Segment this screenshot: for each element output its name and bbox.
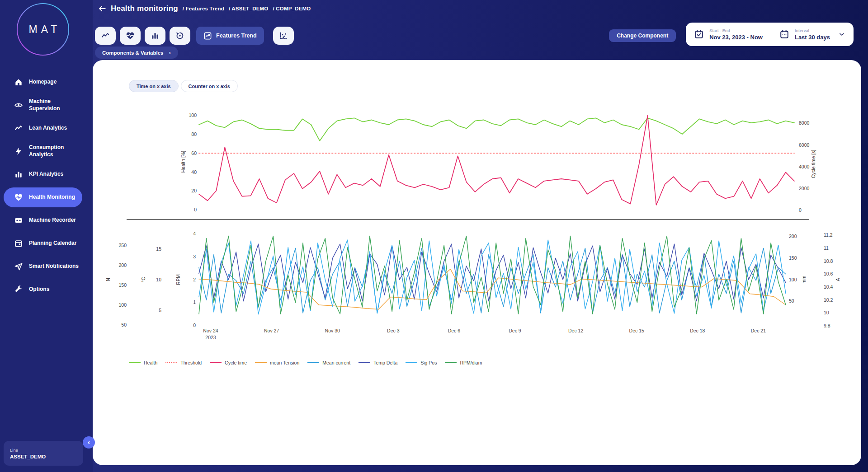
svg-text:0: 0	[193, 322, 196, 328]
wrench-icon	[14, 285, 23, 294]
svg-text:Dec 3: Dec 3	[387, 328, 400, 333]
send-icon	[14, 262, 23, 271]
svg-text:9.8: 9.8	[824, 323, 830, 328]
features-trend-button[interactable]: Features Trend	[196, 27, 264, 45]
legend-item-sig-pos[interactable]: Sig Pos	[406, 360, 437, 365]
line-selector[interactable]: Line ASSET_DEMO	[4, 441, 83, 466]
line-label: Line	[10, 448, 83, 453]
svg-text:2: 2	[193, 277, 196, 282]
sidebar-item-label: Planning Calendar	[29, 240, 76, 247]
legend-swatch	[210, 362, 222, 363]
components-variables-label: Components & Variables	[102, 50, 163, 56]
svg-text:mm: mm	[801, 276, 807, 284]
cassette-icon	[14, 216, 23, 225]
svg-text:0: 0	[799, 207, 802, 213]
svg-text:10.6: 10.6	[824, 271, 833, 276]
features-trend-label: Features Trend	[216, 33, 257, 39]
legend-item-rpm-diam[interactable]: RPM/diam	[445, 360, 482, 365]
sidebar-item-label: KPI Analytics	[29, 171, 63, 178]
legend-item-mean-tension[interactable]: mean Tension	[255, 360, 299, 365]
svg-text:11.2: 11.2	[824, 232, 833, 238]
svg-text:Dec 9: Dec 9	[509, 328, 521, 333]
sidebar-item-smart-notifications[interactable]: Smart Notifications	[4, 257, 82, 276]
svg-text:Dec 6: Dec 6	[448, 328, 461, 333]
svg-text:Dec 18: Dec 18	[690, 328, 705, 333]
svg-text:°C: °C	[141, 277, 146, 282]
sidebar-item-label: Options	[29, 286, 49, 293]
svg-text:5: 5	[159, 308, 161, 313]
sidebar-item-machine-recorder[interactable]: Machine Recorder	[4, 210, 82, 230]
legend-item-threshold[interactable]: Threshold	[165, 360, 202, 365]
breadcrumb-item[interactable]: / Features Trend	[183, 6, 224, 11]
history-icon	[175, 31, 184, 40]
start-end-field[interactable]: Start - End Nov 23, 2023 - Now	[686, 28, 771, 41]
sidebar-item-homepage[interactable]: Homepage	[4, 72, 82, 92]
chart-box-icon	[203, 32, 212, 40]
svg-text:Cycle time [s]: Cycle time [s]	[811, 150, 816, 178]
sidebar-item-label: Lean Analytics	[29, 125, 67, 132]
sidebar-item-planning-calendar[interactable]: Planning Calendar	[4, 234, 82, 253]
legend-item-cycle-time[interactable]: Cycle time	[210, 360, 247, 365]
bolt-icon	[14, 147, 23, 156]
sidebar-item-kpi-analytics[interactable]: KPI Analytics	[4, 164, 82, 184]
legend-item-temp-delta[interactable]: Temp Delta	[359, 360, 397, 365]
breadcrumb-item[interactable]: / ASSET_DEMO	[229, 6, 269, 11]
start-end-value: Nov 23, 2023 - Now	[709, 34, 763, 41]
bar-chart-button[interactable]	[145, 27, 165, 45]
interval-select[interactable]: Interval Last 30 days	[771, 28, 854, 41]
svg-text:8000: 8000	[799, 120, 810, 126]
legend-swatch	[165, 362, 177, 363]
svg-text:Dec 21: Dec 21	[751, 328, 766, 333]
svg-text:N: N	[105, 278, 111, 281]
svg-text:50: 50	[121, 322, 127, 327]
chevron-right-icon: ›	[169, 49, 170, 56]
svg-text:200: 200	[789, 234, 797, 239]
heart-pulse-icon	[126, 31, 135, 40]
svg-text:Nov 24: Nov 24	[203, 328, 218, 333]
svg-text:2023: 2023	[205, 335, 216, 340]
home-icon	[14, 78, 23, 87]
start-end-label: Start - End	[709, 28, 763, 33]
toggle-time-x-axis[interactable]: Time on x axis	[129, 80, 179, 92]
scatter-chart-button[interactable]	[273, 27, 294, 45]
sidebar-item-lean-analytics[interactable]: Lean Analytics	[4, 118, 82, 138]
svg-text:Health [%]: Health [%]	[180, 151, 186, 173]
health-button[interactable]	[120, 27, 141, 45]
legend-item-health[interactable]: Health	[129, 360, 157, 365]
trend-line-icon	[101, 31, 110, 40]
toggle-counter-x-axis[interactable]: Counter on x axis	[181, 80, 238, 92]
breadcrumb-item[interactable]: / COMP_DEMO	[273, 6, 311, 11]
features-trend-chart[interactable]: 020406080100Health [%]02000400060008000C…	[93, 92, 861, 363]
legend-swatch	[129, 362, 141, 363]
toolbar-icon-buttons	[95, 27, 190, 45]
heart-pulse-icon	[14, 193, 23, 202]
sidebar-item-consumption-analytics[interactable]: Consumption Analytics	[4, 141, 82, 161]
calendar-check-icon	[694, 29, 704, 39]
legend-item-mean-current[interactable]: Mean current	[307, 360, 350, 365]
svg-text:100: 100	[118, 302, 127, 308]
legend-swatch	[307, 362, 319, 363]
svg-text:RPM: RPM	[175, 274, 181, 285]
history-button[interactable]	[170, 27, 190, 45]
bar-chart-icon	[14, 170, 23, 179]
svg-text:10.2: 10.2	[824, 297, 833, 303]
back-button[interactable]	[96, 3, 108, 14]
sidebar-item-health-monitoring[interactable]: Health Monitoring	[4, 187, 82, 207]
sidebar-item-options[interactable]: Options	[4, 280, 82, 299]
svg-text:10.8: 10.8	[824, 258, 833, 264]
legend-label: Cycle time	[225, 360, 247, 365]
sidebar-collapse-button[interactable]: ‹	[83, 436, 95, 449]
svg-text:80: 80	[191, 131, 197, 137]
svg-text:200: 200	[118, 262, 127, 268]
svg-text:6000: 6000	[799, 142, 810, 148]
line-chart-button[interactable]	[95, 27, 116, 45]
components-variables-button[interactable]: Components & Variables ›	[95, 47, 178, 59]
date-range-picker: Start - End Nov 23, 2023 - Now Interval …	[686, 23, 854, 46]
sidebar-item-machine-supervision[interactable]: Machine Supervision	[4, 95, 82, 115]
chart-legend: HealthThresholdCycle timemean TensionMea…	[129, 360, 482, 365]
change-component-button[interactable]: Change Component	[609, 29, 676, 42]
chart-card: Time on x axis Counter on x axis 0204060…	[93, 60, 861, 465]
svg-text:Dec 12: Dec 12	[568, 328, 583, 333]
page-title: Health monitoring	[111, 4, 178, 13]
legend-label: Threshold	[180, 360, 202, 365]
